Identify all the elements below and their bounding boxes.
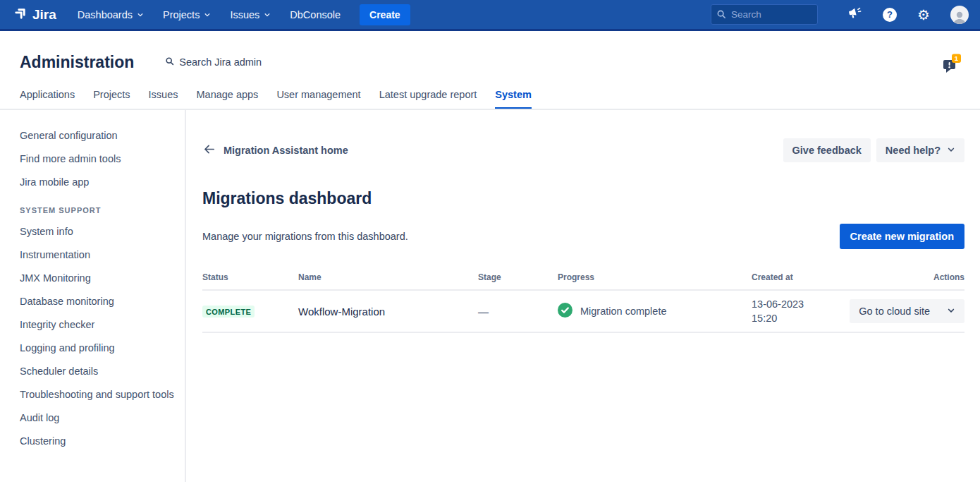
sidebar-item-jmx-monitoring[interactable]: JMX Monitoring (20, 272, 176, 285)
tab-user-management[interactable]: User management (276, 89, 360, 109)
search-input[interactable] (711, 4, 818, 25)
admin-header: Administration Search Jira admin 1 (0, 31, 980, 74)
top-navbar: Jira Dashboards Projects Issues DbConsol… (0, 0, 980, 31)
column-header-stage: Stage (478, 272, 558, 282)
nav-item-dbconsole[interactable]: DbConsole (290, 9, 341, 20)
chevron-down-icon (137, 9, 144, 20)
navbar-menu: Dashboards Projects Issues DbConsole (78, 9, 341, 20)
migration-name: Wokflow-Migration (298, 306, 478, 318)
jira-logo[interactable]: Jira (13, 5, 56, 25)
progress-cell: Migration complete (558, 303, 752, 320)
sidebar-item-instrumentation[interactable]: Instrumentation (20, 248, 176, 262)
migrations-dashboard-title: Migrations dashboard (202, 189, 964, 208)
sidebar-item-find-more-admin-tools[interactable]: Find more admin tools (20, 152, 176, 166)
need-help-button[interactable]: Need help? (876, 138, 964, 162)
sidebar-item-system-info[interactable]: System info (20, 225, 176, 239)
chevron-down-icon (947, 145, 955, 156)
navbar-icons: ? ⚙ (847, 6, 969, 24)
create-button[interactable]: Create (360, 4, 410, 25)
search-jira-admin-link[interactable]: Search Jira admin (165, 56, 262, 68)
migration-assistant-home-link[interactable]: Migration Assistant home (202, 143, 348, 158)
navbar-search (711, 4, 818, 25)
page-title: Administration (20, 53, 134, 72)
table-row: COMPLETE Wokflow-Migration — Migration c… (202, 291, 964, 333)
jira-logo-icon (13, 5, 29, 25)
migrations-content: Migration Assistant home Give feedback N… (186, 110, 980, 482)
notification-badge: 1 (955, 54, 959, 62)
tab-system[interactable]: System (495, 89, 532, 109)
sidebar-item-integrity-checker[interactable]: Integrity checker (20, 318, 176, 332)
feedback-icon[interactable]: 1 (942, 53, 962, 77)
tab-applications[interactable]: Applications (20, 89, 75, 109)
migrations-table: Status Name Stage Progress Created at Ac… (202, 272, 964, 333)
tab-latest-upgrade-report[interactable]: Latest upgrade report (379, 89, 477, 109)
tab-manage-apps[interactable]: Manage apps (197, 89, 259, 109)
sidebar-item-troubleshooting-and-support-tools[interactable]: Troubleshooting and support tools (20, 388, 176, 402)
migration-stage: — (478, 306, 558, 318)
created-time: 15:20 (752, 311, 838, 325)
created-at-cell: 13-06-2023 15:20 (752, 297, 838, 325)
column-header-actions: Actions (838, 272, 964, 282)
progress-label: Migration complete (580, 306, 667, 317)
nav-item-projects[interactable]: Projects (163, 9, 211, 20)
gear-icon[interactable]: ⚙ (917, 8, 930, 22)
navbar-right: ? ⚙ (711, 4, 969, 25)
table-header-row: Status Name Stage Progress Created at Ac… (202, 272, 964, 291)
chevron-down-icon[interactable] (947, 306, 955, 317)
check-circle-icon (558, 303, 572, 320)
avatar[interactable] (950, 6, 969, 24)
sidebar-item-general-configuration[interactable]: General configuration (20, 129, 176, 143)
tab-projects[interactable]: Projects (93, 89, 130, 109)
sidebar-item-logging-and-profiling[interactable]: Logging and profiling (20, 342, 176, 355)
main-layout: General configuration Find more admin to… (0, 110, 980, 482)
chevron-down-icon (204, 9, 211, 20)
sidebar-item-database-monitoring[interactable]: Database monitoring (20, 295, 176, 308)
nav-item-dashboards[interactable]: Dashboards (78, 9, 144, 20)
help-icon[interactable]: ? (883, 8, 897, 22)
sidebar-section-system-support: SYSTEM SUPPORT (20, 206, 176, 215)
chevron-down-icon (264, 9, 271, 20)
column-header-created-at: Created at (752, 272, 838, 282)
create-new-migration-button[interactable]: Create new migration (840, 224, 964, 249)
sidebar-item-jira-mobile-app[interactable]: Jira mobile app (20, 176, 176, 189)
header-buttons: Give feedback Need help? (783, 138, 964, 162)
column-header-progress: Progress (558, 272, 752, 282)
system-sidebar: General configuration Find more admin to… (0, 110, 186, 482)
nav-item-issues[interactable]: Issues (230, 9, 271, 20)
search-icon (165, 56, 174, 68)
dashboard-subtitle: Manage your migrations from this dashboa… (202, 231, 408, 242)
sidebar-item-clustering[interactable]: Clustering (20, 435, 176, 448)
sidebar-item-audit-log[interactable]: Audit log (20, 411, 176, 425)
status-badge: COMPLETE (202, 306, 255, 318)
subtitle-row: Manage your migrations from this dashboa… (202, 224, 964, 249)
created-date: 13-06-2023 (752, 297, 838, 311)
admin-tabs: Applications Projects Issues Manage apps… (0, 74, 980, 110)
search-icon (716, 9, 726, 22)
column-header-status: Status (202, 272, 298, 282)
arrow-left-icon (202, 143, 216, 158)
sidebar-item-scheduler-details[interactable]: Scheduler details (20, 365, 176, 378)
back-row: Migration Assistant home Give feedback N… (202, 138, 964, 162)
jira-logo-text: Jira (32, 7, 56, 23)
column-header-name: Name (298, 272, 478, 282)
tab-issues[interactable]: Issues (149, 89, 178, 109)
go-to-cloud-site-button[interactable]: Go to cloud site (850, 299, 964, 323)
megaphone-icon[interactable] (847, 6, 862, 23)
give-feedback-button[interactable]: Give feedback (783, 138, 871, 162)
